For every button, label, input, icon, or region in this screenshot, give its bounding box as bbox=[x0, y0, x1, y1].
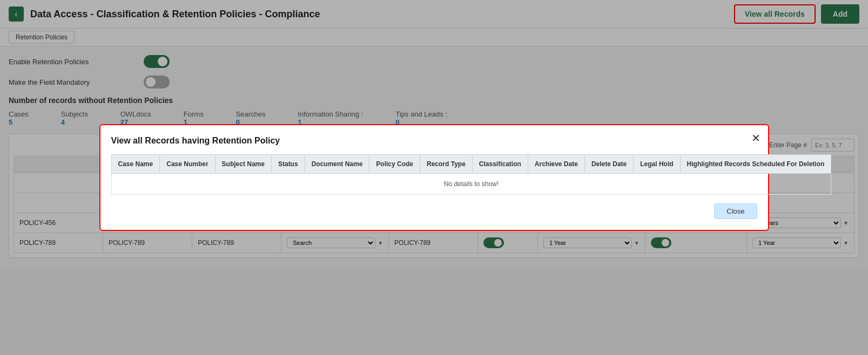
modal-col-subject-name: Subject Name bbox=[215, 155, 271, 174]
modal-col-highlighted: Highlighted Records Scheduled For Deleti… bbox=[680, 155, 831, 174]
modal-col-case-name: Case Name bbox=[111, 155, 160, 174]
modal-table: Case Name Case Number Subject Name Statu… bbox=[111, 154, 832, 195]
modal-dialog: ✕ View all Records having Retention Poli… bbox=[99, 124, 769, 231]
modal-col-archive-date: Archieve Date bbox=[528, 155, 584, 174]
modal-footer: Close bbox=[111, 203, 757, 219]
modal-title: View all Records having Retention Policy bbox=[111, 136, 757, 146]
modal-col-doc-name: Document Name bbox=[305, 155, 369, 174]
modal-col-record-type: Record Type bbox=[420, 155, 473, 174]
modal-col-status: Status bbox=[271, 155, 305, 174]
page-wrapper: ‹ Data Access - Classification & Retenti… bbox=[0, 0, 868, 355]
modal-overlay: ✕ View all Records having Retention Poli… bbox=[0, 0, 868, 355]
modal-col-policy-code: Policy Code bbox=[369, 155, 420, 174]
modal-close-btn[interactable]: Close bbox=[714, 203, 757, 219]
modal-empty-row: No details to show! bbox=[111, 174, 831, 195]
modal-col-case-number: Case Number bbox=[160, 155, 215, 174]
modal-empty-message: No details to show! bbox=[111, 174, 831, 195]
modal-close-button[interactable]: ✕ bbox=[751, 132, 761, 145]
modal-col-legal-hold: Legal Hold bbox=[634, 155, 680, 174]
modal-col-classification: Classification bbox=[472, 155, 528, 174]
modal-col-delete-date: Delete Date bbox=[584, 155, 633, 174]
